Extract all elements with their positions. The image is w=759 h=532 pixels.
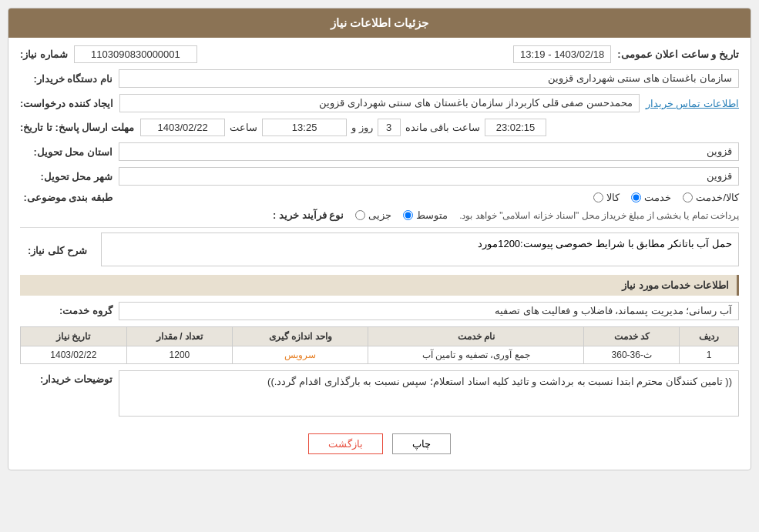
cell-service-name: جمع آوری، تصفیه و تامین آب (368, 346, 584, 364)
cell-date: 1403/02/22 (21, 346, 127, 364)
services-section-title: اطلاعات خدمات مورد نیاز (20, 275, 739, 296)
creator-label: ایجاد کننده درخواست: (20, 98, 113, 109)
back-button[interactable]: بازگشت (308, 433, 383, 454)
date-time-value: 1403/02/18 - 13:19 (513, 45, 611, 63)
need-number-label: شماره نیاز: (20, 49, 68, 60)
remaining-days-value: 3 (378, 119, 401, 136)
need-number-value: 1103090830000001 (74, 45, 197, 63)
remaining-time-value: 23:02:15 (485, 119, 546, 136)
cell-rownum: 1 (680, 346, 739, 364)
response-deadline-label: مهلت ارسال پاسخ: تا تاریخ: (20, 122, 134, 133)
process-motevaset[interactable]: متوسط (403, 209, 448, 221)
province-value: قزوین (119, 142, 739, 161)
creator-value: محمدحسن صفی قلی کاربرداز سازمان باغستان … (119, 94, 640, 112)
category-kala-khedmat-radio[interactable] (683, 192, 693, 202)
remaining-day-label: روز و (351, 122, 373, 133)
table-row: 1 ث-36-360 جمع آوری، تصفیه و تامین آب سر… (21, 346, 739, 364)
buyer-label: نام دستگاه خریدار: (20, 73, 113, 85)
service-group-value: آب رسانی؛ مدیریت پسماند، فاضلاب و فعالیت… (119, 302, 739, 320)
col-date: تاریخ نیاز (21, 327, 127, 346)
category-kala-radio[interactable] (593, 192, 603, 202)
page-title: جزئیات اطلاعات نیاز (8, 8, 751, 38)
date-time-label: تاریخ و ساعت اعلان عمومی: (617, 49, 739, 60)
col-service-code: کد خدمت (584, 327, 680, 346)
response-date-value: 1403/02/22 (140, 119, 225, 136)
cell-quantity: 1200 (126, 346, 233, 364)
process-label: نوع فرآیند خرید : (251, 209, 344, 221)
cell-unit: سرویس (233, 346, 368, 364)
services-table: ردیف کد خدمت نام خدمت واحد اندازه گیری ت… (20, 326, 739, 364)
service-group-label: گروه خدمت: (20, 302, 113, 316)
process-jozei[interactable]: جزیی (355, 209, 391, 221)
remaining-time-label: ساعت باقی مانده (405, 122, 480, 133)
category-khedmat-radio[interactable] (631, 192, 641, 202)
category-label: طبقه بندی موضوعی: (20, 192, 113, 203)
city-label: شهر محل تحویل: (20, 171, 113, 182)
contact-link[interactable]: اطلاعات تماس خریدار (646, 98, 739, 109)
buyer-notes-text: (( تامین کنندگان محترم ابتدا نسبت به برد… (119, 370, 739, 417)
process-jozei-radio[interactable] (355, 210, 365, 220)
category-kala-khedmat[interactable]: کالا/خدمت (683, 192, 739, 203)
province-label: استان محل تحویل: (20, 146, 113, 158)
print-button[interactable]: چاپ (392, 433, 451, 454)
cell-service-code: ث-36-360 (584, 346, 680, 364)
city-value: قزوین (119, 167, 739, 186)
response-time-label: ساعت (230, 122, 257, 133)
category-kala-khedmat-label: کالا/خدمت (696, 192, 739, 203)
category-khedmat[interactable]: خدمت (631, 192, 671, 203)
col-quantity: تعداد / مقدار (126, 327, 233, 346)
need-description-label: شرح کلی نیاز: (20, 239, 95, 263)
category-kala[interactable]: کالا (593, 192, 620, 203)
need-description-box (101, 233, 739, 266)
process-jozei-label: جزیی (368, 209, 391, 221)
process-motevaset-radio[interactable] (403, 210, 413, 220)
col-unit: واحد اندازه گیری (233, 327, 368, 346)
buyer-notes-label: توضیحات خریدار: (20, 370, 113, 385)
process-description: پرداخت تمام یا بخشی از مبلغ خریداز محل "… (459, 210, 739, 221)
category-kala-label: کالا (606, 192, 620, 203)
response-time-value: 13:25 (262, 119, 347, 136)
category-khedmat-label: خدمت (644, 192, 671, 203)
process-motevaset-label: متوسط (416, 209, 448, 221)
col-service-name: نام خدمت (368, 327, 584, 346)
col-rownum: ردیف (680, 327, 739, 346)
buyer-value: سازمان باغستان های سنتی شهرداری قزوین (119, 69, 739, 88)
